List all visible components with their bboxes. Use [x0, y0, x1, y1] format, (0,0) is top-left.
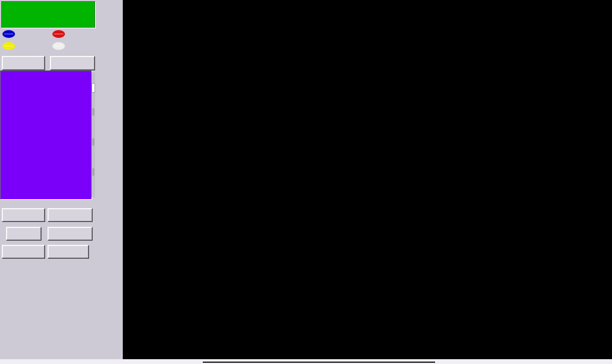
scrollbar-mark	[92, 168, 94, 176]
bottom-divider-line	[203, 362, 435, 363]
scrollbar-mark	[92, 108, 94, 116]
legend-item-average	[52, 40, 99, 52]
intellectual-color-dot-icon	[52, 30, 65, 38]
print-curve-button[interactable]	[2, 245, 45, 259]
biorhythm-chart-area	[123, 0, 612, 359]
average-color-dot-icon	[52, 42, 65, 50]
add-male-button[interactable]	[2, 56, 45, 70]
scrollbar-mark	[92, 138, 94, 146]
axis-titles-layer	[123, 0, 612, 359]
add-female-button[interactable]	[50, 56, 95, 70]
emotional-color-dot-icon	[2, 42, 15, 50]
calculate-button[interactable]	[6, 227, 42, 241]
biorhythm-app-window	[0, 0, 612, 364]
quit-button[interactable]	[48, 245, 89, 259]
hope-project-banner	[1, 1, 95, 28]
person-listbox[interactable]	[0, 70, 92, 200]
curve-legend	[2, 28, 99, 53]
settings-button[interactable]	[48, 227, 93, 241]
find-friends-button[interactable]	[48, 208, 93, 222]
scrollbar-thumb[interactable]	[91, 83, 95, 93]
physical-color-dot-icon	[2, 30, 15, 38]
legend-item-physical	[2, 28, 49, 40]
listbox-scrollbar[interactable]	[91, 72, 95, 197]
legend-item-intellectual	[52, 28, 99, 40]
sidebar	[0, 0, 123, 359]
life-guide-button[interactable]	[2, 208, 45, 222]
legend-item-emotional	[2, 40, 49, 52]
